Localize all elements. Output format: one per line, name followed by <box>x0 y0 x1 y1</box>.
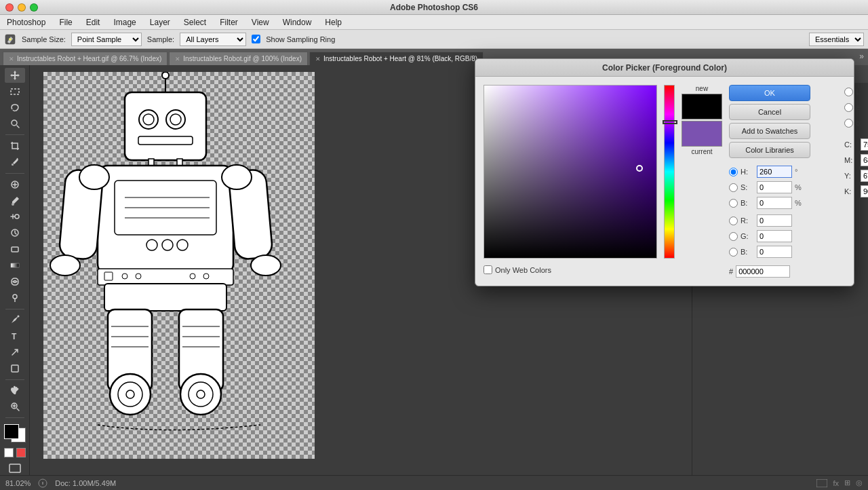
foreground-color[interactable] <box>4 424 19 439</box>
menu-help[interactable]: Help <box>322 16 344 29</box>
tool-quick-select[interactable] <box>5 117 25 132</box>
tool-text[interactable]: T <box>5 328 25 343</box>
tab-1[interactable]: ✕ Instructables Robot + Heart.gif @ 66.7… <box>3 52 167 65</box>
tool-path-select[interactable] <box>5 345 25 360</box>
dialog-body: Only Web Colors new current OK <box>475 77 854 286</box>
color-field[interactable] <box>484 85 657 259</box>
color-boxes[interactable] <box>4 424 26 442</box>
tool-brush[interactable] <box>5 193 25 208</box>
menu-select[interactable]: Select <box>181 16 209 29</box>
a-radio[interactable] <box>844 103 853 112</box>
h-radio[interactable] <box>729 168 738 176</box>
maximize-button[interactable] <box>30 3 38 12</box>
menu-view[interactable]: View <box>249 16 272 29</box>
svg-point-13 <box>17 316 19 318</box>
s-input[interactable] <box>757 181 792 193</box>
tool-eraser[interactable] <box>5 242 25 257</box>
window-controls[interactable] <box>5 3 38 12</box>
spectrum-cursor <box>663 120 677 124</box>
minimize-button[interactable] <box>18 3 26 12</box>
svg-point-11 <box>13 295 17 299</box>
tool-healing[interactable] <box>5 177 25 192</box>
quick-mask-btn[interactable] <box>16 448 26 457</box>
b-radio[interactable] <box>729 199 738 208</box>
screen-mode-btn[interactable] <box>8 463 22 475</box>
tool-lasso[interactable] <box>5 100 25 115</box>
tab-expand-icon[interactable]: » <box>859 52 864 61</box>
left-toolbar: T <box>0 65 30 475</box>
b2-input[interactable] <box>757 246 792 258</box>
tab-3[interactable]: ✕ Instructables Robot + Heart @ 81% (Bla… <box>309 52 484 65</box>
m-input[interactable] <box>861 154 868 166</box>
tool-eyedropper[interactable] <box>5 155 25 170</box>
h-input[interactable] <box>757 166 792 178</box>
svg-point-34 <box>146 240 157 250</box>
y-field-row: Y: % <box>844 169 868 183</box>
show-sampling-ring-checkbox[interactable] <box>252 35 260 43</box>
k-input[interactable] <box>861 185 868 197</box>
workspace-select[interactable]: Essentials <box>809 33 864 46</box>
svg-rect-9 <box>12 247 18 252</box>
svg-rect-19 <box>125 92 206 160</box>
s-unit: % <box>795 183 806 191</box>
menu-photoshop[interactable]: Photoshop <box>4 16 48 29</box>
standard-mode-btn[interactable] <box>4 448 14 457</box>
color-libraries-button[interactable]: Color Libraries <box>729 142 810 158</box>
tab-2-close[interactable]: ✕ <box>175 56 180 62</box>
g-radio[interactable] <box>729 232 738 241</box>
m-field-row: M: % <box>844 153 868 167</box>
add-to-swatches-button[interactable]: Add to Swatches <box>729 123 810 139</box>
b-input[interactable] <box>757 197 792 209</box>
svg-point-61 <box>197 390 205 398</box>
tool-dodge[interactable] <box>5 290 25 305</box>
tool-gradient[interactable] <box>5 258 25 273</box>
a-label: a: <box>856 103 868 111</box>
only-web-colors-checkbox[interactable] <box>484 265 492 274</box>
menu-file[interactable]: File <box>56 16 75 29</box>
tool-blur[interactable] <box>5 274 25 289</box>
cancel-button[interactable]: Cancel <box>729 104 810 120</box>
close-button[interactable] <box>5 3 14 12</box>
mask-icon: ◎ <box>856 478 863 487</box>
tab-2[interactable]: ✕ Instructables Robot.gif @ 100% (Index) <box>169 52 308 65</box>
menu-edit[interactable]: Edit <box>83 16 103 29</box>
c-input[interactable] <box>861 138 868 151</box>
tool-history[interactable] <box>5 225 25 240</box>
sample-select[interactable]: All Layers Current Layer <box>180 33 246 46</box>
tool-hand[interactable] <box>5 383 25 398</box>
r-radio[interactable] <box>729 216 738 225</box>
menu-filter[interactable]: Filter <box>217 16 241 29</box>
y-input[interactable] <box>861 170 868 182</box>
tab-3-close[interactable]: ✕ <box>315 56 321 62</box>
menu-layer[interactable]: Layer <box>147 16 173 29</box>
tool-crop[interactable] <box>5 138 25 153</box>
spectrum-strip[interactable] <box>664 85 675 259</box>
tool-zoom[interactable] <box>5 399 25 414</box>
hex-input[interactable] <box>736 265 790 278</box>
sample-size-select[interactable]: Point Sample 3 by 3 Average 5 by 5 Avera… <box>71 33 142 46</box>
tool-separator-5 <box>5 417 24 418</box>
svg-point-62 <box>79 165 109 189</box>
canvas-wrapper <box>43 72 315 459</box>
tool-shape[interactable] <box>5 361 25 376</box>
tool-marquee[interactable] <box>5 84 25 99</box>
menu-window[interactable]: Window <box>280 16 315 29</box>
b3-radio[interactable] <box>844 119 853 128</box>
menu-image[interactable]: Image <box>111 16 138 29</box>
ok-button[interactable]: OK <box>729 85 810 101</box>
l-radio[interactable] <box>844 88 853 96</box>
color-picker-dialog[interactable]: Color Picker (Foreground Color) Only Web… <box>475 58 854 286</box>
s-label: S: <box>741 183 754 191</box>
g-input[interactable] <box>757 230 792 242</box>
svg-point-63 <box>222 165 252 189</box>
tab-1-close[interactable]: ✕ <box>9 56 14 62</box>
tool-pen[interactable] <box>5 312 25 327</box>
r-input[interactable] <box>757 214 792 227</box>
options-bar: Sample Size: Point Sample 3 by 3 Average… <box>0 30 868 49</box>
tool-separator-3 <box>5 309 24 309</box>
tool-clone[interactable] <box>5 209 25 224</box>
s-radio[interactable] <box>729 183 738 192</box>
robot-canvas[interactable] <box>43 72 315 459</box>
tool-move[interactable] <box>5 68 25 83</box>
b2-radio[interactable] <box>729 248 738 257</box>
